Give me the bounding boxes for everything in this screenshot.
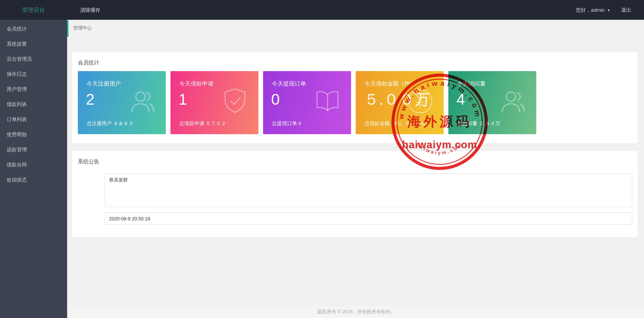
open-book-icon bbox=[313, 87, 342, 116]
user-dropdown[interactable]: 您好，admin▼ bbox=[576, 0, 610, 20]
yuan-circle-icon bbox=[405, 87, 435, 116]
stat-card-label: 今天借款申请 bbox=[179, 80, 213, 88]
sidebar-item-1[interactable]: 会员统计 bbox=[0, 21, 67, 36]
users-icon bbox=[128, 87, 157, 116]
sidebar-item-11[interactable]: 短信状态 bbox=[0, 172, 67, 187]
member-stats-panel: 会员统计 今天注册用户2总注册用户 ９８９３今天借款申请1总借款申请 ５７０２今… bbox=[72, 52, 638, 143]
sidebar-item-label: 后台管理员 bbox=[7, 56, 32, 62]
stat-card-total: 总借款申请 ５７０２ bbox=[179, 120, 226, 127]
users-icon bbox=[498, 87, 528, 116]
sidebar-item-label: 操作日志 bbox=[7, 71, 27, 77]
sidebar-item-label: 订单列表 bbox=[7, 116, 27, 122]
sidebar-item-8[interactable]: 使用帮助 bbox=[0, 127, 67, 142]
system-notice-panel: 系统公告 恭喜发财 bbox=[72, 151, 638, 237]
sidebar-item-label: 借款列表 bbox=[7, 101, 27, 107]
stat-card-value: 4 bbox=[456, 89, 465, 109]
chevron-down-icon: ▼ bbox=[607, 0, 610, 20]
stat-card-5: 今天访问量4总访问量 ２.８４万 bbox=[448, 71, 536, 134]
stat-card-label: 今天注册用户 bbox=[87, 80, 121, 88]
sidebar-item-6[interactable]: 借款列表 bbox=[0, 97, 67, 112]
stat-card-1: 今天注册用户2总注册用户 ９８９３ bbox=[78, 71, 166, 134]
stat-card-value: 1 bbox=[179, 89, 187, 109]
stat-card-total: 总注册用户 ９８９３ bbox=[87, 120, 133, 127]
sidebar-menu: 会员统计系统设置后台管理员操作日志用户管理借款列表订单列表使用帮助还款管理借款合… bbox=[0, 20, 67, 318]
sidebar-item-label: 短信状态 bbox=[7, 177, 27, 182]
sidebar-item-9[interactable]: 还款管理 bbox=[0, 142, 67, 157]
sidebar-item-2[interactable]: 系统设置 bbox=[0, 36, 67, 51]
stat-card-total: 总借款金额（约）６.２６亿 bbox=[364, 120, 426, 127]
notice-panel-title: 系统公告 bbox=[78, 158, 99, 165]
logout-button[interactable]: 退出 bbox=[621, 0, 631, 20]
stat-card-label: 今天访问量 bbox=[457, 80, 486, 88]
stat-card-total: 总访问量 ２.８４万 bbox=[457, 120, 500, 127]
sidebar-item-label: 系统设置 bbox=[7, 41, 27, 47]
footer-copyright: 版权所有 © 2018，并保留所有权利。 bbox=[68, 306, 644, 318]
sidebar-item-label: 借款合同 bbox=[7, 162, 27, 167]
stat-card-value: 2 bbox=[86, 89, 95, 109]
sidebar-item-label: 还款管理 bbox=[7, 147, 27, 152]
stats-cards-row: 今天注册用户2总注册用户 ９８９３今天借款申请1总借款申请 ５７０２今天提现订单… bbox=[78, 71, 536, 134]
stat-card-label: 今天提现订单 bbox=[272, 80, 306, 88]
stat-card-4: 今天借款金额（约）５.００万总借款金额（约）６.２６亿 bbox=[356, 71, 444, 134]
sidebar-item-10[interactable]: 借款合同 bbox=[0, 157, 67, 172]
sidebar-item-label: 使用帮助 bbox=[7, 131, 27, 137]
stats-panel-title: 会员统计 bbox=[78, 59, 99, 66]
breadcrumb: 管理中心 bbox=[73, 25, 92, 31]
shield-check-icon bbox=[220, 87, 250, 116]
clear-cache-button[interactable]: 清除缓存 bbox=[75, 0, 106, 20]
greeting-label: 您好，admin bbox=[576, 7, 605, 13]
notice-time-input[interactable] bbox=[105, 212, 632, 225]
sidebar-item-label: 用户管理 bbox=[7, 86, 27, 92]
active-item-indicator bbox=[67, 20, 68, 37]
notice-textarea[interactable]: 恭喜发财 bbox=[105, 173, 632, 207]
stat-card-value: 0 bbox=[271, 89, 280, 109]
sidebar-item-7[interactable]: 订单列表 bbox=[0, 112, 67, 127]
sidebar-item-label: 会员统计 bbox=[7, 26, 27, 32]
stat-card-total: 总提现订单 0 bbox=[272, 120, 301, 127]
navbar-right: 您好，admin▼ 退出 bbox=[576, 0, 631, 20]
brand-title[interactable]: 管理后台 bbox=[0, 0, 67, 20]
sidebar-item-4[interactable]: 操作日志 bbox=[0, 66, 67, 82]
sidebar-item-3[interactable]: 后台管理员 bbox=[0, 51, 67, 66]
stat-card-2: 今天借款申请1总借款申请 ５７０２ bbox=[170, 71, 258, 134]
admin-dashboard: 管理后台 清除缓存 您好，admin▼ 退出 会员统计系统设置后台管理员操作日志… bbox=[0, 0, 644, 318]
top-navbar: 管理后台 清除缓存 您好，admin▼ 退出 bbox=[0, 0, 644, 20]
stat-card-3: 今天提现订单0总提现订单 0 bbox=[263, 71, 351, 134]
sidebar-item-5[interactable]: 用户管理 bbox=[0, 82, 67, 97]
